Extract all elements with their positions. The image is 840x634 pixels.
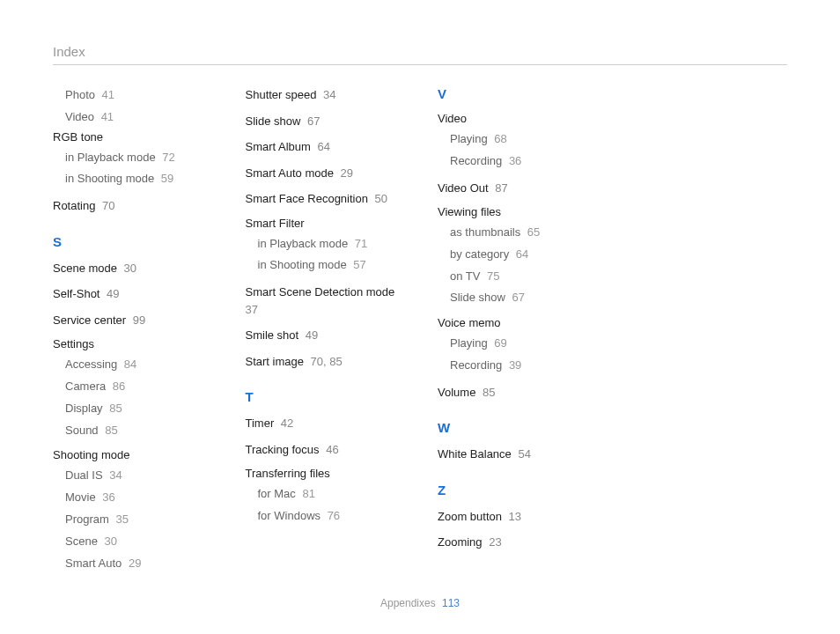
index-entry[interactable]: Smart Album 64: [246, 138, 403, 156]
index-entry-label: Scene mode: [53, 262, 117, 275]
index-entry[interactable]: Self-Shot 49: [53, 285, 210, 303]
index-entry-page: 23: [486, 535, 502, 549]
index-subentry[interactable]: in Playback mode 72: [65, 149, 210, 167]
index-subentry[interactable]: Playing 69: [450, 335, 595, 353]
index-subentry-label: Recording: [450, 154, 502, 167]
index-subentry-label: on TV: [450, 269, 480, 283]
index-entry[interactable]: Video Out 87: [438, 180, 595, 197]
index-subentry-label: Accessing: [65, 358, 117, 371]
index-entry-label: Shutter speed: [246, 88, 317, 101]
footer-page-number: 113: [442, 597, 460, 609]
index-entry-label: Self-Shot: [53, 287, 99, 300]
index-entry-page: 70: [99, 199, 114, 212]
index-subentry-label: Sound: [65, 424, 99, 437]
index-entry[interactable]: Slide show 67: [246, 113, 403, 130]
index-subentry[interactable]: in Shooting mode 59: [65, 170, 210, 188]
index-entry-label: Service center: [53, 313, 126, 327]
index-subentry[interactable]: on TV 75: [450, 268, 595, 286]
index-subentry-label: Recording: [450, 358, 502, 372]
index-subentry[interactable]: Dual IS 34: [65, 467, 210, 485]
index-entry[interactable]: Smart Auto mode 29: [246, 165, 403, 182]
index-group-label: RGB tone: [53, 130, 210, 144]
index-subentry[interactable]: Camera 86: [65, 378, 210, 396]
index-entry-page: 54: [515, 447, 531, 461]
index-subentry[interactable]: Slide show 67: [450, 289, 595, 307]
index-subentry[interactable]: Display 85: [65, 400, 210, 418]
index-subentry[interactable]: Photo 41: [65, 86, 210, 105]
index-subentry[interactable]: Playing 68: [450, 130, 595, 149]
index-subentry-label: by category: [450, 247, 509, 261]
index-subentry[interactable]: Recording 36: [450, 152, 595, 171]
index-subentry[interactable]: in Playback mode 71: [258, 235, 403, 254]
index-entry-page: 34: [320, 88, 335, 101]
index-subentry[interactable]: as thumbnails 65: [450, 224, 595, 242]
index-subentry[interactable]: Smart Auto 29: [65, 555, 210, 573]
index-subentry-page: 65: [524, 225, 540, 239]
index-entry[interactable]: Timer 42: [246, 415, 403, 432]
index-group-label: Video: [438, 112, 595, 125]
index-entry[interactable]: Tracking focus 46: [246, 441, 403, 459]
index-entry-page: 50: [372, 192, 387, 205]
index-entry[interactable]: Smile shot 49: [246, 327, 403, 344]
index-subentry[interactable]: in Shooting mode 57: [258, 256, 403, 275]
index-subentry[interactable]: Program 35: [65, 511, 210, 529]
index-subentry[interactable]: Sound 85: [65, 422, 210, 440]
index-subentry-page: 39: [505, 358, 521, 372]
index-subentry[interactable]: for Mac 81: [258, 485, 403, 504]
index-subentry[interactable]: by category 64: [450, 246, 595, 264]
index-entry-page: 42: [277, 417, 293, 430]
index-subentry-label: Smart Auto: [65, 557, 122, 570]
index-subentry-page: 59: [158, 172, 173, 185]
index-entry[interactable]: Service center 99: [53, 312, 210, 329]
index-entry[interactable]: Rotating 70: [53, 197, 210, 215]
index-column-4: [630, 86, 788, 581]
index-entry-label: Rotating: [53, 199, 95, 212]
index-subentry-page: 71: [351, 237, 367, 250]
index-subentry-page: 41: [99, 88, 114, 101]
index-entry-page: 49: [302, 328, 318, 342]
index-entry[interactable]: Zooming 23: [438, 534, 595, 551]
index-entry[interactable]: White Balance 54: [438, 446, 595, 463]
index-subentry-label: as thumbnails: [450, 225, 520, 239]
index-group-label: Shooting mode: [53, 448, 210, 461]
index-entry[interactable]: Shutter speed 34: [246, 86, 403, 104]
index-subentry-label: for Windows: [258, 509, 321, 522]
index-section-letter: Z: [438, 483, 595, 498]
index-group: Voice memoPlaying 69Recording 39: [438, 316, 595, 375]
index-entry-page: 67: [304, 114, 320, 128]
index-subentry-page: 67: [509, 291, 525, 304]
index-entry[interactable]: Smart Scene Detection mode 37: [246, 284, 403, 318]
index-subentry-label: Playing: [450, 132, 488, 145]
index-column-1: Photo 41Video 41RGB tonein Playback mode…: [53, 86, 210, 581]
index-entry[interactable]: Start image 70, 85: [246, 353, 403, 371]
index-entry-label: Slide show: [246, 114, 301, 128]
index-subentry[interactable]: Scene 30: [65, 533, 210, 551]
index-entry-label: Tracking focus: [246, 443, 320, 456]
index-subentry-page: 68: [491, 132, 507, 145]
index-subentry[interactable]: Video 41: [65, 108, 210, 127]
index-entry[interactable]: Scene mode 30: [53, 260, 210, 277]
index-subentry[interactable]: Recording 39: [450, 357, 595, 375]
index-group: Shooting modeDual IS 34Movie 36Program 3…: [53, 448, 210, 572]
index-group-label: Viewing files: [438, 205, 595, 218]
index-entry-label: Video Out: [438, 181, 489, 195]
index-entry-label: Volume: [438, 386, 475, 399]
index-subentry[interactable]: for Windows 76: [258, 507, 403, 526]
index-entry[interactable]: Volume 85: [438, 384, 595, 402]
index-group: Smart Filterin Playback mode 71in Shooti…: [246, 217, 403, 276]
index-subentry-label: in Shooting mode: [258, 258, 347, 271]
index-subentry-label: in Playback mode: [65, 151, 156, 164]
index-group: Viewing filesas thumbnails 65by category…: [438, 205, 595, 307]
index-subentry[interactable]: Movie 36: [65, 489, 210, 507]
index-entry[interactable]: Zoom button 13: [438, 508, 595, 526]
index-entry[interactable]: Smart Face Recognition 50: [246, 190, 403, 208]
index-subentry-page: 57: [350, 258, 366, 271]
index-section-letter: W: [438, 420, 595, 435]
index-subentry-label: Program: [65, 512, 109, 526]
index-group-label: Transferring files: [246, 467, 403, 480]
index-group: Transferring filesfor Mac 81for Windows …: [246, 467, 403, 526]
index-subentry-page: 69: [491, 336, 507, 350]
index-subentry[interactable]: Accessing 84: [65, 356, 210, 374]
index-entry-label: Smile shot: [246, 328, 299, 342]
index-subentry-page: 34: [107, 468, 122, 482]
